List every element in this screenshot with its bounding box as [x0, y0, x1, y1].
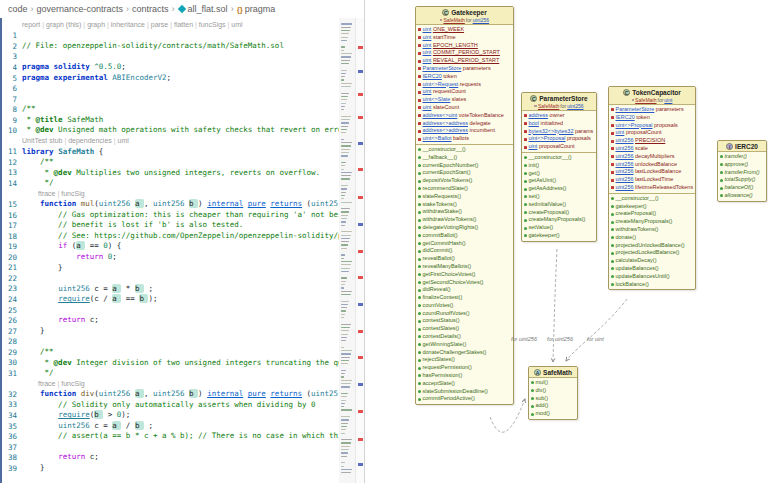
- line-number: 28: [2, 337, 22, 346]
- code-lens-link[interactable]: graph (this): [46, 21, 81, 28]
- code-line: 29 /**: [2, 347, 339, 358]
- uml-field-row: boolinitialized: [524, 120, 594, 128]
- minimap-mark: [341, 70, 347, 71]
- field-visibility-icon: [418, 130, 421, 133]
- breadcrumb-item-contracts[interactable]: contracts: [132, 4, 169, 14]
- code-line: 39 }: [2, 463, 339, 474]
- code-editor[interactable]: report | graph (this) | graph | inherita…: [0, 18, 339, 483]
- editor-body: report | graph (this) | graph | inherita…: [0, 18, 364, 483]
- line-number: 26: [2, 316, 22, 325]
- uml-method-row: slateSubmissionDeadline(): [418, 388, 511, 396]
- method-visibility-icon: [418, 164, 421, 167]
- code-lens-link[interactable]: funcSig: [61, 380, 84, 387]
- code-lens-link[interactable]: uml: [118, 137, 129, 144]
- code-lens-link[interactable]: dependencies: [68, 137, 112, 144]
- stripe-mark: [358, 383, 363, 386]
- uml-method-row: add(): [531, 402, 575, 410]
- uml-class-safemath[interactable]: ASafeMathmul()div()sub()add()mod(): [528, 366, 578, 420]
- line-text: // assert(a == b * c + a % b); // There …: [22, 431, 339, 442]
- code-lens-link[interactable]: funcSig: [61, 190, 84, 197]
- method-visibility-icon: [611, 252, 614, 255]
- uml-method-row: sub(): [531, 395, 575, 403]
- uml-method-row: contestStatus(): [418, 317, 511, 325]
- code-line: 32 function div(uint256 a , uint256 b ) …: [2, 389, 339, 400]
- minimap-mark: [341, 46, 345, 47]
- line-text: if (a == 0) {: [22, 241, 339, 252]
- code-line: 34 require(b > 0);: [2, 410, 339, 421]
- minimap-mark: [341, 175, 351, 176]
- field-visibility-icon: [611, 147, 614, 150]
- field-visibility-icon: [418, 91, 421, 94]
- uml-class-header: CTokenCapacitorSafeMath for uint: [609, 87, 695, 105]
- minimap-mark: [341, 393, 348, 394]
- minimap-mark: [341, 370, 346, 371]
- minimap-mark: [341, 466, 344, 467]
- stripe-mark: [358, 356, 363, 359]
- minimap-mark: [341, 426, 347, 427]
- error-stripe[interactable]: [355, 18, 364, 483]
- code-lens-link[interactable]: funcSigs: [199, 21, 226, 28]
- minimap-mark: [341, 116, 351, 117]
- breadcrumb-item-all-flat-sol[interactable]: all_flat.sol: [178, 4, 228, 14]
- uml-method-row: getFirstChoiceVotes(): [418, 271, 511, 279]
- uml-method-row: getAsUint(): [524, 177, 594, 185]
- method-visibility-icon: [524, 164, 527, 167]
- line-text: require(c / a == b );: [22, 294, 339, 305]
- minimap-mark: [341, 162, 346, 163]
- minimap-mark: [341, 192, 346, 193]
- minimap-mark: [341, 383, 351, 384]
- method-visibility-icon: [418, 374, 421, 377]
- code-lens-link[interactable]: inheritance: [111, 21, 145, 28]
- line-text: */: [22, 368, 339, 379]
- minimap-mark: [341, 188, 347, 189]
- code-line: 13 * @dev Multiplies two unsigned intege…: [2, 168, 339, 179]
- minimap-mark: [341, 231, 352, 232]
- code-lens-link[interactable]: UnitTest stub: [22, 137, 62, 144]
- uml-class-parameterstore[interactable]: CParameterStoreSafeMath for uint256addre…: [521, 92, 597, 242]
- code-lens-link[interactable]: uml: [231, 21, 242, 28]
- line-text: // Gas optimization: this is cheaper tha…: [22, 210, 339, 221]
- minimap[interactable]: [339, 18, 355, 483]
- code-lens-link[interactable]: ftrace: [38, 380, 56, 387]
- method-visibility-icon: [418, 390, 421, 393]
- uml-fields-section: uintONE_WEEKuintstartTimeuintEPOCH_LENGT…: [416, 25, 513, 145]
- code-lens-link[interactable]: parse: [151, 21, 169, 28]
- breadcrumb-item-governance-contracts[interactable]: governance-contracts: [37, 4, 124, 14]
- uml-field-row: address<>addressincumbent: [418, 127, 511, 135]
- line-number: 29: [2, 348, 22, 357]
- method-visibility-icon: [524, 219, 527, 222]
- line-number: 14: [2, 179, 22, 188]
- uml-method-row: slateRequests(): [418, 193, 511, 201]
- code-lens-link[interactable]: report: [22, 21, 40, 28]
- code-line: 10 * @dev Unsigned math operations with …: [2, 125, 339, 136]
- minimap-mark: [341, 268, 350, 269]
- stripe-mark: [358, 142, 363, 145]
- method-visibility-icon: [524, 180, 527, 183]
- method-visibility-icon: [418, 273, 421, 276]
- breadcrumb: code›governance-contracts›contracts›all_…: [0, 0, 364, 18]
- uml-class-ierc20[interactable]: IIERC20transfer()approve()transferFrom()…: [717, 140, 767, 202]
- line-number: 27: [2, 327, 22, 336]
- editor-pane: code›governance-contracts›contracts›all_…: [0, 0, 365, 483]
- minimap-mark: [341, 63, 349, 64]
- using-icon: [632, 99, 635, 102]
- uml-class-gatekeeper[interactable]: CGatekeeperSafeMath for uint256uintONE_W…: [415, 6, 514, 405]
- minimap-mark: [341, 472, 351, 473]
- line-number: 19: [2, 242, 22, 251]
- minimap-mark: [341, 208, 350, 209]
- uml-method-row: donateChallengerStakes(): [418, 349, 511, 357]
- line-number: 2: [2, 42, 22, 51]
- code-lens-link[interactable]: ftrace: [38, 190, 56, 197]
- line-number: 39: [2, 464, 22, 473]
- breadcrumb-item-pragma[interactable]: {}pragma: [237, 4, 276, 14]
- method-visibility-icon: [418, 250, 421, 253]
- line-text: * @dev Multiplies two unsigned integers,…: [22, 168, 339, 179]
- uml-class-title: CParameterStore: [524, 95, 594, 102]
- code-lens-link[interactable]: flatten: [174, 21, 193, 28]
- minimap-mark: [341, 33, 349, 34]
- uml-class-tokencapacitor[interactable]: CTokenCapacitorSafeMath for uintParamete…: [608, 86, 696, 290]
- code-lens-link[interactable]: graph: [87, 21, 105, 28]
- stripe-mark: [358, 463, 363, 466]
- minimap-mark: [341, 353, 351, 354]
- breadcrumb-item-code[interactable]: code: [8, 4, 28, 14]
